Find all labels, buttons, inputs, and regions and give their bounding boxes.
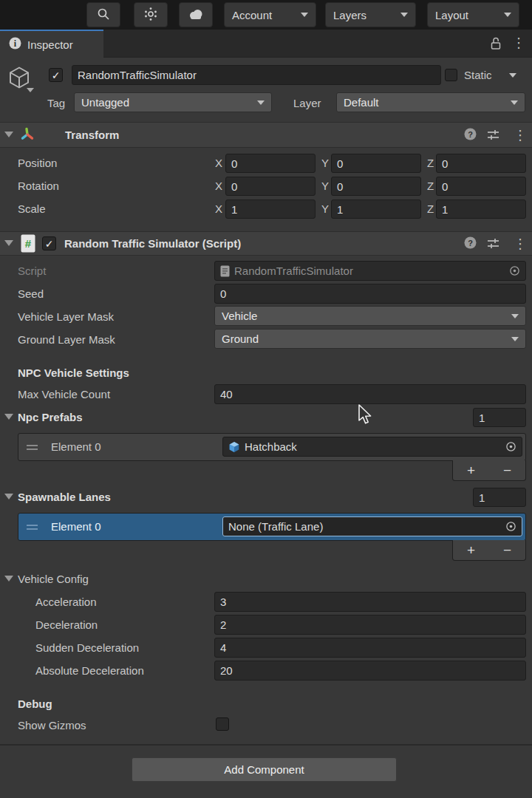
remove-element-button[interactable]: − xyxy=(489,460,525,480)
transform-kebab-menu-icon[interactable]: ⋮ xyxy=(514,129,527,142)
script-enabled-checkbox[interactable]: ✓ xyxy=(42,236,56,250)
axis-y-label: Y xyxy=(321,157,329,169)
account-dropdown-label: Account xyxy=(232,9,272,21)
spawnable-lanes-foldout-icon[interactable] xyxy=(4,494,13,499)
add-element-button[interactable]: + xyxy=(453,460,489,480)
script-presets-icon[interactable] xyxy=(487,238,499,251)
position-x-field[interactable]: 0 xyxy=(225,154,316,173)
axis-x-label: X xyxy=(215,202,222,215)
show-gizmos-label: Show Gizmos xyxy=(18,719,86,732)
search-button[interactable] xyxy=(86,2,120,27)
ground-layer-mask-label: Ground Layer Mask xyxy=(18,333,115,346)
add-element-button[interactable]: + xyxy=(453,540,489,560)
cloud-button[interactable] xyxy=(179,2,213,27)
deceleration-field[interactable]: 2 xyxy=(214,615,526,635)
deceleration-label: Deceleration xyxy=(35,618,98,631)
axis-y-label: Y xyxy=(321,202,329,215)
rotation-x-field[interactable]: 0 xyxy=(225,177,316,196)
traffic-lane-object-field[interactable]: None (Traffic Lane) xyxy=(222,516,522,536)
rotation-y-field[interactable]: 0 xyxy=(331,177,421,196)
layer-dropdown[interactable]: Default xyxy=(336,92,525,112)
npc-vehicle-settings-header: NPC Vehicle Settings xyxy=(18,366,129,379)
position-y-field[interactable]: 0 xyxy=(331,154,421,173)
acceleration-field[interactable]: 3 xyxy=(214,592,526,612)
tag-dropdown[interactable]: Untagged xyxy=(74,92,272,112)
npc-prefabs-size-field[interactable]: 1 xyxy=(473,408,526,427)
layer-label: Layer xyxy=(293,97,321,109)
absolute-deceleration-field[interactable]: 20 xyxy=(214,661,526,681)
static-chevron-icon[interactable] xyxy=(509,73,516,78)
undo-history-button[interactable] xyxy=(134,2,168,27)
axis-z-label: Z xyxy=(427,157,434,169)
spawnable-lanes-label: Spawnable Lanes xyxy=(18,491,111,503)
transform-title: Transform xyxy=(65,129,119,141)
chevron-down-icon xyxy=(257,100,265,105)
sudden-deceleration-label: Sudden Deceleration xyxy=(35,641,139,654)
add-component-button[interactable]: Add Component xyxy=(132,757,397,782)
gameobject-icon-chevron[interactable] xyxy=(27,88,34,92)
gameobject-name-field[interactable]: RandomTrafficSimulator xyxy=(72,65,441,85)
remove-element-button[interactable]: − xyxy=(489,540,525,560)
transform-presets-icon[interactable] xyxy=(487,129,499,143)
script-help-icon[interactable]: ? xyxy=(464,236,477,251)
script-object-field[interactable]: RandomTrafficSimulator xyxy=(214,261,526,281)
script-foldout-icon[interactable] xyxy=(4,240,13,246)
static-label: Static xyxy=(464,69,492,81)
svg-text:#: # xyxy=(25,237,32,250)
script-kebab-menu-icon[interactable]: ⋮ xyxy=(514,237,527,250)
tab-inspector[interactable]: i Inspector xyxy=(0,30,103,58)
account-dropdown[interactable]: Account xyxy=(224,2,316,27)
object-picker-icon[interactable] xyxy=(509,265,520,276)
npc-prefabs-element-row[interactable]: Element 0 Hatchback xyxy=(18,433,526,461)
activity-dots-icon xyxy=(143,7,158,24)
spawnable-lanes-element-row-selected[interactable]: Element 0 None (Traffic Lane) xyxy=(18,513,526,541)
inspector-tab-bar: i Inspector ⋮ xyxy=(0,30,532,58)
seed-label: Seed xyxy=(18,287,44,300)
scale-z-field[interactable]: 1 xyxy=(436,200,526,219)
spawnable-lanes-size-field[interactable]: 1 xyxy=(473,488,526,507)
rotation-z-field[interactable]: 0 xyxy=(436,177,526,196)
scale-x-field[interactable]: 1 xyxy=(225,200,316,219)
rotation-label: Rotation xyxy=(18,180,59,192)
unity-inspector-window: Account Layers Layout i Inspector ⋮ ✓ xyxy=(0,0,532,798)
vehicle-config-foldout-icon[interactable] xyxy=(4,576,13,582)
npc-prefabs-foldout-icon[interactable] xyxy=(4,414,13,420)
npc-prefab-object-field[interactable]: Hatchback xyxy=(222,437,522,457)
scale-y-field[interactable]: 1 xyxy=(331,200,421,219)
seed-field[interactable]: 0 xyxy=(214,284,526,304)
ground-layer-mask-dropdown[interactable]: Ground xyxy=(214,329,526,349)
traffic-lane-object-value: None (Traffic Lane) xyxy=(228,520,323,533)
debug-header: Debug xyxy=(18,698,52,710)
axis-x-label: X xyxy=(215,180,222,192)
layout-dropdown[interactable]: Layout xyxy=(427,2,519,27)
check-icon: ✓ xyxy=(45,239,54,249)
tab-kebab-menu-icon[interactable]: ⋮ xyxy=(512,36,525,50)
max-vehicle-count-field[interactable]: 40 xyxy=(214,384,526,404)
position-z-field[interactable]: 0 xyxy=(436,154,526,173)
chevron-down-icon xyxy=(511,314,519,318)
transform-foldout-icon[interactable] xyxy=(4,132,13,137)
position-label: Position xyxy=(18,157,57,169)
object-picker-icon[interactable] xyxy=(505,521,516,532)
sudden-deceleration-field[interactable]: 4 xyxy=(214,638,526,658)
drag-handle-icon[interactable] xyxy=(27,445,38,450)
show-gizmos-checkbox[interactable] xyxy=(216,717,229,731)
static-checkbox[interactable] xyxy=(445,69,457,81)
tag-label: Tag xyxy=(47,97,65,109)
object-picker-icon[interactable] xyxy=(505,441,516,452)
script-component-title: Random Traffic Simulator (Script) xyxy=(64,237,241,250)
section-divider xyxy=(0,744,532,746)
transform-help-icon[interactable]: ? xyxy=(464,128,477,143)
svg-text:?: ? xyxy=(468,130,473,139)
drag-handle-icon[interactable] xyxy=(27,525,38,530)
chevron-down-icon xyxy=(504,13,511,17)
chevron-down-icon xyxy=(400,13,408,17)
csharp-script-icon: # xyxy=(21,234,35,255)
spawnable-lanes-array-footer: + − xyxy=(452,540,526,561)
vehicle-config-label: Vehicle Config xyxy=(18,573,89,585)
vehicle-layer-mask-dropdown[interactable]: Vehicle xyxy=(214,306,526,326)
layers-dropdown[interactable]: Layers xyxy=(325,2,416,27)
lock-icon[interactable] xyxy=(490,36,502,52)
gameobject-active-checkbox[interactable]: ✓ xyxy=(49,68,63,82)
axis-z-label: Z xyxy=(427,202,434,215)
